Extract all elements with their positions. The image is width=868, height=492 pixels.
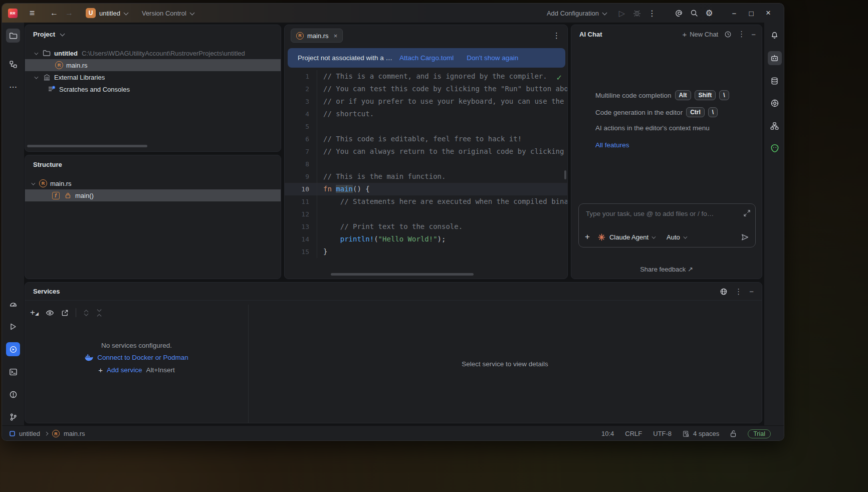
debug-icon[interactable]: [629, 9, 644, 17]
indent-widget[interactable]: 4 spaces: [683, 430, 719, 437]
unlock-icon[interactable]: [730, 430, 737, 437]
open-in-new-tab-icon[interactable]: [61, 309, 69, 317]
mode-selector[interactable]: Auto: [667, 233, 687, 241]
project-tool-icon[interactable]: [6, 29, 20, 43]
ai-options-icon[interactable]: ⋮: [738, 30, 745, 39]
project-tree-external-libraries[interactable]: External Libraries: [25, 71, 281, 83]
agent-selector[interactable]: Claude Agent: [609, 233, 656, 241]
minimize-button[interactable]: −: [726, 9, 743, 18]
cargo-tool-icon[interactable]: [768, 96, 782, 110]
services-kebab-icon[interactable]: ⋮: [735, 287, 742, 296]
code-line[interactable]: 8: [285, 158, 567, 170]
collapse-all-icon[interactable]: [96, 309, 102, 317]
add-service-icon[interactable]: +◢: [30, 308, 39, 318]
hide-panel-icon[interactable]: −: [751, 30, 756, 39]
code-line[interactable]: 13 // Print text to the console.: [285, 220, 567, 233]
code-line[interactable]: 15}: [285, 245, 567, 258]
ai-chat-input[interactable]: Type your task, use @ to add files or / …: [578, 203, 756, 248]
code-line[interactable]: 4// shortcut.: [285, 108, 567, 120]
add-service-link[interactable]: + Add service Alt+Insert: [98, 366, 175, 374]
structure-tree-main-fn[interactable]: f main(): [25, 189, 281, 201]
file-encoding[interactable]: UTF-8: [653, 430, 672, 437]
tab-mainrs[interactable]: R main.rs ×: [291, 29, 343, 43]
all-features-link[interactable]: All features: [595, 141, 629, 149]
more-tool-windows-icon[interactable]: ⋯: [6, 80, 20, 94]
attach-cargo-link[interactable]: Attach Cargo.toml: [399, 54, 454, 62]
project-tree-file-mainrs[interactable]: R main.rs: [25, 59, 281, 71]
code-line[interactable]: 11 // Statements here are executed when …: [285, 195, 567, 208]
expand-input-icon[interactable]: [744, 210, 750, 216]
forward-icon[interactable]: →: [62, 9, 77, 18]
structure-tool-icon[interactable]: [6, 57, 20, 71]
chevron-down-icon[interactable]: [35, 52, 38, 55]
search-everywhere-icon[interactable]: [687, 9, 702, 17]
notifications-bell-icon[interactable]: [768, 28, 782, 42]
inspections-ok-icon[interactable]: ✓: [556, 73, 562, 82]
chevron-down-icon[interactable]: [35, 76, 38, 79]
share-feedback-label: Share feedback ↗: [640, 266, 693, 273]
new-chat-button[interactable]: + New Chat: [682, 30, 718, 39]
breadcrumb-file[interactable]: main.rs: [64, 430, 85, 437]
code-line[interactable]: 6// This code is editable, feel free to …: [285, 133, 567, 145]
editor-hscrollbar[interactable]: [331, 273, 474, 276]
code-line[interactable]: 7// You can always return to the origina…: [285, 145, 567, 158]
version-control-widget[interactable]: Version Control: [142, 10, 194, 17]
settings-gear-icon[interactable]: ⚙: [702, 8, 717, 19]
editor-options-icon[interactable]: ⋮: [553, 31, 560, 40]
database-tool-icon[interactable]: [768, 74, 782, 88]
hide-services-icon[interactable]: −: [749, 287, 754, 296]
code-line[interactable]: 9// This is the main function.: [285, 170, 567, 183]
more-actions-icon[interactable]: ⋮: [644, 9, 660, 18]
project-hscrollbar[interactable]: [27, 145, 147, 147]
code-line[interactable]: 10fn main() {: [285, 183, 567, 195]
attach-icon[interactable]: +: [585, 232, 590, 242]
send-icon[interactable]: [741, 233, 749, 241]
main-menu-icon[interactable]: ≡: [25, 8, 40, 19]
terminal-tool-icon[interactable]: [6, 365, 20, 379]
project-widget[interactable]: U untitled: [86, 8, 128, 18]
code-line[interactable]: 1// This is a comment, and is ignored by…: [285, 70, 567, 83]
code-line[interactable]: 3// or if you prefer to use your keyboar…: [285, 95, 567, 108]
rustrover-logo-icon[interactable]: RR: [8, 9, 18, 18]
profiler-tool-icon[interactable]: [6, 297, 20, 311]
view-mode-eye-icon[interactable]: [46, 309, 54, 317]
code-text: // shortcut.: [317, 108, 374, 120]
structure-tree-file[interactable]: R main.rs: [25, 177, 281, 189]
code-line[interactable]: 14 println!("Hello World!");: [285, 233, 567, 245]
code-editor[interactable]: 1// This is a comment, and is ignored by…: [285, 70, 567, 279]
run-tool-icon[interactable]: [6, 320, 20, 334]
caret-position[interactable]: 10:4: [601, 430, 614, 437]
close-button[interactable]: ×: [760, 8, 777, 18]
problems-tool-icon[interactable]: [6, 387, 20, 401]
git-tool-icon[interactable]: [6, 410, 20, 424]
code-text: println!("Hello World!");: [317, 233, 446, 245]
breadcrumb-project[interactable]: untitled: [19, 430, 40, 437]
project-tree-scratches[interactable]: Scratches and Consoles: [25, 83, 281, 95]
service-options-globe-icon[interactable]: [720, 288, 728, 296]
code-line[interactable]: 2// You can test this code by clicking t…: [285, 83, 567, 95]
dont-show-again-link[interactable]: Don't show again: [467, 54, 518, 62]
run-icon[interactable]: ▷: [614, 9, 629, 18]
connect-docker-link[interactable]: Connect to Docker or Podman: [85, 354, 188, 361]
license-badge[interactable]: Trial: [748, 429, 771, 438]
share-feedback-link[interactable]: Share feedback ↗: [571, 266, 762, 273]
line-ending[interactable]: CRLF: [625, 430, 642, 437]
code-line[interactable]: 5: [285, 120, 567, 133]
editor-vscrollbar[interactable]: [564, 170, 566, 179]
project-tree-root[interactable]: untitled C:\Users\WDAGUtilityAccount\Rus…: [25, 47, 281, 59]
plugin-tool-icon[interactable]: [768, 141, 782, 155]
ai-assistant-icon[interactable]: [672, 9, 687, 18]
expand-all-icon[interactable]: [83, 309, 89, 317]
chat-history-icon[interactable]: [724, 31, 732, 38]
ai-chat-tool-icon[interactable]: [768, 51, 782, 65]
services-tool-icon[interactable]: [6, 342, 20, 356]
dependencies-tool-icon[interactable]: [768, 119, 782, 133]
run-configuration-selector[interactable]: Add Configuration: [547, 10, 606, 17]
back-icon[interactable]: ←: [47, 9, 62, 18]
maximize-button[interactable]: □: [743, 9, 760, 18]
chevron-down-icon[interactable]: [60, 32, 64, 36]
chevron-down-icon[interactable]: [32, 182, 35, 185]
tab-close-icon[interactable]: ×: [334, 32, 338, 40]
code-line[interactable]: 12: [285, 208, 567, 220]
structure-main-label: main(): [75, 192, 94, 199]
